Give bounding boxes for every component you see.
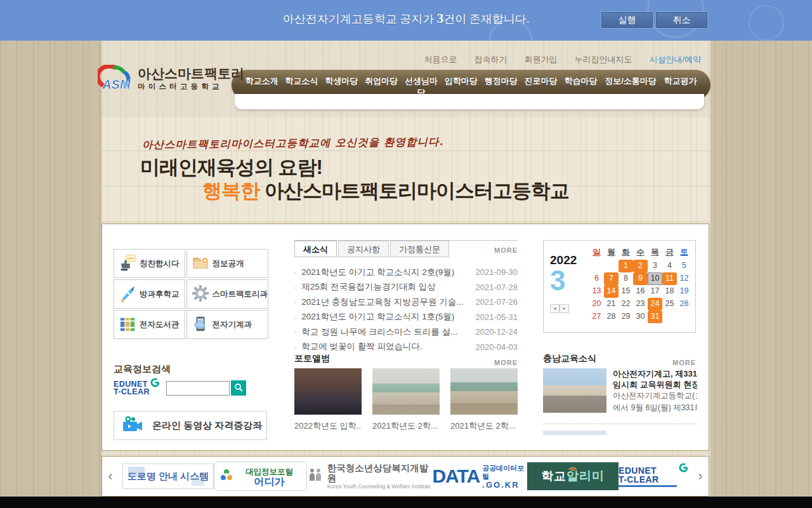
calendar-day-24[interactable]: 24 bbox=[648, 298, 662, 311]
calendar-day-2[interactable]: 2 bbox=[633, 260, 648, 272]
calendar-day-31[interactable]: 31 bbox=[648, 311, 662, 323]
calendar-day-14[interactable]: 14 bbox=[604, 285, 619, 298]
hero-slogan-1: 미래인재육성의 요람! bbox=[140, 154, 322, 181]
calendar-day-17[interactable]: 17 bbox=[648, 285, 662, 298]
calendar-day-23[interactable]: 23 bbox=[633, 298, 648, 311]
calendar-day-7[interactable]: 7 bbox=[604, 272, 619, 285]
run-button[interactable]: 실행 bbox=[601, 11, 653, 29]
calendar-day-5[interactable]: 5 bbox=[677, 260, 691, 272]
quick-link-label: 칭찬합시다 bbox=[140, 258, 180, 269]
edu-search-title: 교육정보검색 bbox=[114, 363, 171, 375]
notification-count: 3 bbox=[437, 11, 444, 26]
banner-road-name-system[interactable]: 도로명 안내 시스템 bbox=[122, 464, 214, 489]
util-link[interactable]: 처음으로 bbox=[424, 54, 457, 65]
banner-adiga-portal[interactable]: 대입정보포털 어디가 bbox=[214, 462, 307, 491]
photo-album-more-link[interactable]: MORE bbox=[494, 353, 518, 366]
calendar-day-25[interactable]: 25 bbox=[662, 298, 677, 311]
quick-link-스마트팩토리과[interactable]: 스마트팩토리과 bbox=[187, 279, 269, 309]
news-item[interactable]: ·2021년 충청남도교육청 지방공무원 기술...2021-07-26 bbox=[294, 295, 518, 310]
news-item-date: 2021-05-31 bbox=[476, 312, 518, 322]
news-item[interactable]: ·2021학년도 아기고 학교소식지 2호(9월)2021-09-30 bbox=[294, 265, 518, 280]
calendar-day-30[interactable]: 30 bbox=[633, 311, 648, 323]
regional-news-item[interactable]: 아산전자기계고, 제331회 임시회 교육위원회 현장방 아산전자기계고등학교(… bbox=[543, 368, 697, 415]
bullet: · bbox=[294, 342, 297, 352]
people-icon bbox=[307, 467, 324, 486]
util-link[interactable]: 회원가입 bbox=[524, 54, 557, 65]
quick-link-전자도서관[interactable]: 전자도서관 bbox=[114, 310, 185, 339]
calendar-day-4[interactable]: 4 bbox=[662, 260, 677, 272]
quick-link-방과후학교[interactable]: 방과후학교 bbox=[114, 279, 185, 309]
edunet-logo: EDUNET T-CLEAR bbox=[114, 380, 160, 396]
calendar-day-28[interactable]: 28 bbox=[604, 311, 619, 323]
banner-edunet-tclear[interactable]: EDUNET T-CLEAR bbox=[619, 466, 688, 487]
news-item[interactable]: ·학교 정원 나무에 크리스마스 트리를 설...2020-12-24 bbox=[294, 324, 518, 340]
banner-prev-icon[interactable]: ‹ bbox=[102, 470, 119, 483]
calendar-day-16[interactable]: 16 bbox=[633, 285, 648, 298]
banner-next-icon[interactable]: › bbox=[692, 470, 709, 483]
calendar-day-header: 화 bbox=[619, 247, 633, 260]
photo-item[interactable]: 2021학년도 2학... bbox=[372, 368, 440, 432]
news-item[interactable]: ·학교에 벚꽃이 활짝 피었습니다.2020-04-03 bbox=[294, 340, 518, 355]
decor-underline bbox=[619, 485, 677, 487]
banner-youth-counseling[interactable]: 한국청소년상담복지개발원 Korea Youth Counseling & We… bbox=[307, 463, 433, 490]
calendar-day-header: 수 bbox=[633, 247, 648, 260]
bullet: · bbox=[294, 312, 297, 322]
calendar-day-26[interactable]: 26 bbox=[677, 298, 691, 311]
news-item-title: 2021학년도 아기고 학교소식지 2호(9월) bbox=[301, 267, 470, 278]
school-logo[interactable]: ASM 아산스마트팩토리 마이스터고등학교 bbox=[98, 65, 244, 93]
news-more-link[interactable]: MORE bbox=[494, 241, 518, 254]
partner-banner-strip: ‹ 도로명 안내 시스템 대입정보포털 어디가 bbox=[102, 456, 709, 497]
news-item[interactable]: ·제25회 전국용접기능경기대회 입상2021-07-28 bbox=[294, 280, 518, 295]
quick-link-칭찬합시다[interactable]: 칭찬합시다 bbox=[114, 249, 185, 278]
photo-item[interactable]: 2021학년도 2학... bbox=[450, 368, 518, 432]
calendar-day-29[interactable]: 29 bbox=[619, 311, 633, 323]
calendar-day-3[interactable]: 3 bbox=[648, 260, 662, 272]
news-item[interactable]: ·2021학년도 아기고 학교소식지 1호(5월)2021-05-31 bbox=[294, 310, 518, 325]
news-item-title: 제25회 전국용접기능경기대회 입상 bbox=[301, 281, 470, 293]
quick-link-전자기계과[interactable]: 전자기계과 bbox=[187, 310, 269, 339]
calendar-grid: 일월화수목금토123456789101112131415161718192021… bbox=[589, 247, 691, 332]
calendar-day-11[interactable]: 11 bbox=[662, 272, 677, 285]
photo-item[interactable]: 2022학년도 입학... bbox=[294, 368, 362, 432]
banner-data-portal[interactable]: DATA 공공데이터포털 .GO.KR bbox=[432, 464, 527, 489]
edu-search-input[interactable] bbox=[166, 381, 230, 396]
banner-school-alimi[interactable]: 학교알리미 bbox=[527, 462, 619, 490]
calendar-day-10[interactable]: 10 bbox=[648, 272, 662, 285]
util-link[interactable]: 접속하기 bbox=[474, 54, 507, 65]
calendar-day-15[interactable]: 15 bbox=[619, 285, 633, 298]
bullet: · bbox=[294, 283, 297, 292]
quick-link-정보공개[interactable]: 정보공개 bbox=[187, 249, 269, 278]
calendar-day-19[interactable]: 19 bbox=[677, 285, 691, 298]
calendar-day-8[interactable]: 8 bbox=[619, 272, 633, 285]
calendar-day-27[interactable]: 27 bbox=[589, 311, 604, 323]
tab-공지사항[interactable]: 공지사항 bbox=[338, 241, 389, 257]
calendar-day-1[interactable]: 1 bbox=[619, 260, 633, 272]
calendar-next-icon[interactable]: ▸ bbox=[560, 304, 569, 313]
calendar-day-20[interactable]: 20 bbox=[589, 298, 604, 311]
calendar-day-6[interactable]: 6 bbox=[589, 272, 604, 285]
regional-news-body: 아산전자기계고등학교(교장 bbox=[613, 390, 697, 402]
cancel-button[interactable]: 취소 bbox=[655, 11, 708, 29]
util-link[interactable]: 누리집안내지도 bbox=[574, 54, 632, 65]
calendar-day-9[interactable]: 9 bbox=[633, 272, 648, 285]
photo-album-title: 포토앨범 bbox=[294, 353, 330, 364]
calendar-day-18[interactable]: 18 bbox=[662, 285, 677, 298]
tab-새소식[interactable]: 새소식 bbox=[294, 241, 337, 257]
calendar-day-13[interactable]: 13 bbox=[589, 285, 604, 298]
calendar-day-21[interactable]: 21 bbox=[604, 298, 619, 311]
footer-bar bbox=[0, 497, 812, 508]
util-link[interactable]: 시설안내/예약 bbox=[649, 54, 701, 65]
online-video-course-banner[interactable]: 온라인 동영상 자격증강좌 bbox=[114, 411, 267, 440]
calendar-day-22[interactable]: 22 bbox=[619, 298, 633, 311]
news-item-date: 2021-09-30 bbox=[476, 267, 518, 277]
calendar-day-12[interactable]: 12 bbox=[677, 272, 691, 285]
calendar-prev-icon[interactable]: ◂ bbox=[550, 304, 560, 313]
calendar-month: 3 bbox=[550, 267, 589, 294]
search-button[interactable] bbox=[231, 380, 246, 396]
adiga-icon bbox=[219, 468, 233, 485]
school-name: 아산스마트팩토리 마이스터고등학교 bbox=[138, 67, 244, 91]
tab-가정통신문[interactable]: 가정통신문 bbox=[390, 241, 449, 257]
regional-news-more-link[interactable]: MORE bbox=[672, 353, 696, 366]
photo-thumbnail bbox=[450, 368, 518, 415]
edunet-e-icon bbox=[679, 463, 688, 475]
